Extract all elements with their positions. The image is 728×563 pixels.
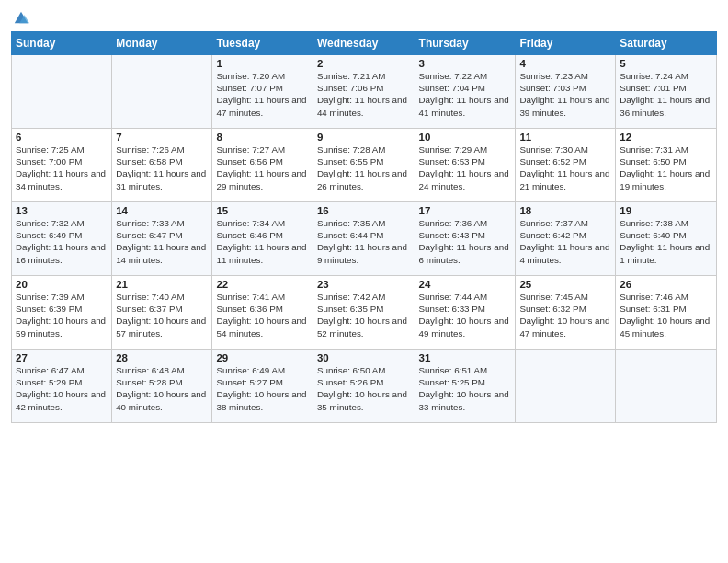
calendar-cell: 9Sunrise: 7:28 AM Sunset: 6:55 PM Daylig…: [313, 129, 415, 202]
day-number: 15: [216, 205, 308, 216]
day-info: Sunrise: 7:37 AM Sunset: 6:42 PM Dayligh…: [519, 217, 611, 266]
day-info: Sunrise: 7:20 AM Sunset: 7:07 PM Dayligh…: [216, 70, 308, 119]
day-number: 23: [317, 279, 411, 290]
calendar-cell: 7Sunrise: 7:26 AM Sunset: 6:58 PM Daylig…: [112, 129, 212, 202]
day-info: Sunrise: 7:27 AM Sunset: 6:56 PM Dayligh…: [216, 144, 308, 192]
day-number: 29: [216, 352, 308, 363]
calendar-cell: 2Sunrise: 7:21 AM Sunset: 7:06 PM Daylig…: [313, 55, 415, 129]
day-info: Sunrise: 7:24 AM Sunset: 7:01 PM Dayligh…: [620, 70, 712, 119]
calendar-week-row: 6Sunrise: 7:25 AM Sunset: 7:00 PM Daylig…: [12, 129, 717, 202]
logo: [11, 9, 29, 24]
calendar-cell: 13Sunrise: 7:32 AM Sunset: 6:49 PM Dayli…: [12, 202, 112, 276]
calendar-cell: [12, 55, 112, 129]
calendar-cell: 11Sunrise: 7:30 AM Sunset: 6:52 PM Dayli…: [516, 129, 616, 202]
logo-icon: [13, 9, 29, 26]
day-number: 11: [519, 132, 611, 143]
day-info: Sunrise: 7:44 AM Sunset: 6:33 PM Dayligh…: [419, 291, 512, 339]
day-of-week-header: Monday: [112, 32, 212, 55]
day-info: Sunrise: 7:25 AM Sunset: 7:00 PM Dayligh…: [16, 144, 108, 192]
day-number: 12: [620, 132, 712, 143]
day-of-week-header: Tuesday: [212, 32, 313, 55]
day-number: 13: [16, 205, 108, 216]
day-number: 5: [620, 58, 712, 69]
day-of-week-header: Wednesday: [313, 32, 415, 55]
calendar-cell: 24Sunrise: 7:44 AM Sunset: 6:33 PM Dayli…: [415, 276, 516, 350]
day-number: 3: [419, 58, 512, 69]
day-number: 4: [519, 58, 611, 69]
calendar-cell: 6Sunrise: 7:25 AM Sunset: 7:00 PM Daylig…: [12, 129, 112, 202]
calendar-cell: 18Sunrise: 7:37 AM Sunset: 6:42 PM Dayli…: [516, 202, 616, 276]
day-info: Sunrise: 7:22 AM Sunset: 7:04 PM Dayligh…: [419, 70, 512, 119]
day-of-week-header: Friday: [516, 32, 616, 55]
header: [11, 9, 717, 24]
day-info: Sunrise: 7:33 AM Sunset: 6:47 PM Dayligh…: [116, 217, 208, 266]
day-info: Sunrise: 6:51 AM Sunset: 5:25 PM Dayligh…: [419, 364, 512, 413]
day-of-week-header: Saturday: [616, 32, 717, 55]
calendar-week-row: 27Sunrise: 6:47 AM Sunset: 5:29 PM Dayli…: [12, 350, 717, 423]
calendar-cell: 12Sunrise: 7:31 AM Sunset: 6:50 PM Dayli…: [616, 129, 717, 202]
calendar-cell: 25Sunrise: 7:45 AM Sunset: 6:32 PM Dayli…: [516, 276, 616, 350]
calendar-cell: [616, 350, 717, 423]
day-number: 19: [620, 205, 712, 216]
day-number: 8: [216, 132, 308, 143]
day-info: Sunrise: 7:30 AM Sunset: 6:52 PM Dayligh…: [519, 144, 611, 192]
calendar-cell: [516, 350, 616, 423]
calendar-table: SundayMondayTuesdayWednesdayThursdayFrid…: [11, 31, 717, 423]
day-info: Sunrise: 6:49 AM Sunset: 5:27 PM Dayligh…: [216, 364, 308, 413]
calendar-cell: 26Sunrise: 7:46 AM Sunset: 6:31 PM Dayli…: [616, 276, 717, 350]
calendar-cell: 22Sunrise: 7:41 AM Sunset: 6:36 PM Dayli…: [212, 276, 313, 350]
calendar-cell: 23Sunrise: 7:42 AM Sunset: 6:35 PM Dayli…: [313, 276, 415, 350]
calendar-week-row: 20Sunrise: 7:39 AM Sunset: 6:39 PM Dayli…: [12, 276, 717, 350]
calendar-cell: 19Sunrise: 7:38 AM Sunset: 6:40 PM Dayli…: [616, 202, 717, 276]
day-info: Sunrise: 7:29 AM Sunset: 6:53 PM Dayligh…: [419, 144, 512, 192]
calendar-cell: 21Sunrise: 7:40 AM Sunset: 6:37 PM Dayli…: [112, 276, 212, 350]
calendar-header-row: SundayMondayTuesdayWednesdayThursdayFrid…: [12, 32, 717, 55]
calendar-week-row: 13Sunrise: 7:32 AM Sunset: 6:49 PM Dayli…: [12, 202, 717, 276]
calendar-cell: 3Sunrise: 7:22 AM Sunset: 7:04 PM Daylig…: [415, 55, 516, 129]
day-info: Sunrise: 7:38 AM Sunset: 6:40 PM Dayligh…: [620, 217, 712, 266]
day-info: Sunrise: 7:36 AM Sunset: 6:43 PM Dayligh…: [419, 217, 512, 266]
day-info: Sunrise: 7:23 AM Sunset: 7:03 PM Dayligh…: [519, 70, 611, 119]
day-info: Sunrise: 7:34 AM Sunset: 6:46 PM Dayligh…: [216, 217, 308, 266]
calendar-cell: 29Sunrise: 6:49 AM Sunset: 5:27 PM Dayli…: [212, 350, 313, 423]
day-info: Sunrise: 7:21 AM Sunset: 7:06 PM Dayligh…: [317, 70, 411, 119]
day-info: Sunrise: 6:50 AM Sunset: 5:26 PM Dayligh…: [317, 364, 411, 413]
day-number: 7: [116, 132, 208, 143]
day-info: Sunrise: 7:45 AM Sunset: 6:32 PM Dayligh…: [519, 291, 611, 339]
day-number: 17: [419, 205, 512, 216]
day-number: 14: [116, 205, 208, 216]
calendar-cell: 16Sunrise: 7:35 AM Sunset: 6:44 PM Dayli…: [313, 202, 415, 276]
calendar-cell: 28Sunrise: 6:48 AM Sunset: 5:28 PM Dayli…: [112, 350, 212, 423]
calendar-cell: 15Sunrise: 7:34 AM Sunset: 6:46 PM Dayli…: [212, 202, 313, 276]
day-info: Sunrise: 7:28 AM Sunset: 6:55 PM Dayligh…: [317, 144, 411, 192]
day-number: 2: [317, 58, 411, 69]
day-number: 1: [216, 58, 308, 69]
calendar-cell: 1Sunrise: 7:20 AM Sunset: 7:07 PM Daylig…: [212, 55, 313, 129]
day-number: 24: [419, 279, 512, 290]
day-number: 26: [620, 279, 712, 290]
calendar-week-row: 1Sunrise: 7:20 AM Sunset: 7:07 PM Daylig…: [12, 55, 717, 129]
day-number: 31: [419, 352, 512, 363]
calendar-cell: 10Sunrise: 7:29 AM Sunset: 6:53 PM Dayli…: [415, 129, 516, 202]
day-number: 16: [317, 205, 411, 216]
calendar-cell: [112, 55, 212, 129]
day-info: Sunrise: 7:39 AM Sunset: 6:39 PM Dayligh…: [16, 291, 108, 339]
day-number: 20: [16, 279, 108, 290]
day-info: Sunrise: 6:47 AM Sunset: 5:29 PM Dayligh…: [16, 364, 108, 413]
day-info: Sunrise: 7:46 AM Sunset: 6:31 PM Dayligh…: [620, 291, 712, 339]
day-info: Sunrise: 7:26 AM Sunset: 6:58 PM Dayligh…: [116, 144, 208, 192]
page-container: SundayMondayTuesdayWednesdayThursdayFrid…: [0, 0, 728, 563]
day-number: 27: [16, 352, 108, 363]
day-info: Sunrise: 7:42 AM Sunset: 6:35 PM Dayligh…: [317, 291, 411, 339]
calendar-cell: 30Sunrise: 6:50 AM Sunset: 5:26 PM Dayli…: [313, 350, 415, 423]
day-number: 28: [116, 352, 208, 363]
calendar-cell: 5Sunrise: 7:24 AM Sunset: 7:01 PM Daylig…: [616, 55, 717, 129]
day-info: Sunrise: 7:41 AM Sunset: 6:36 PM Dayligh…: [216, 291, 308, 339]
calendar-cell: 17Sunrise: 7:36 AM Sunset: 6:43 PM Dayli…: [415, 202, 516, 276]
day-info: Sunrise: 7:32 AM Sunset: 6:49 PM Dayligh…: [16, 217, 108, 266]
day-number: 18: [519, 205, 611, 216]
day-number: 6: [16, 132, 108, 143]
day-info: Sunrise: 7:40 AM Sunset: 6:37 PM Dayligh…: [116, 291, 208, 339]
day-info: Sunrise: 7:31 AM Sunset: 6:50 PM Dayligh…: [620, 144, 712, 192]
day-of-week-header: Thursday: [415, 32, 516, 55]
